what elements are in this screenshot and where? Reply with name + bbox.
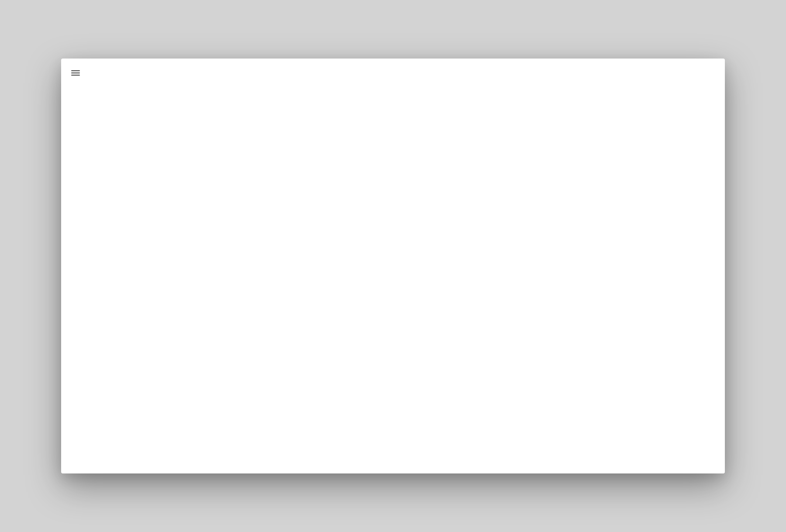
menu-button[interactable] xyxy=(69,66,82,79)
menu-icon xyxy=(70,68,81,78)
main-card xyxy=(61,59,725,473)
